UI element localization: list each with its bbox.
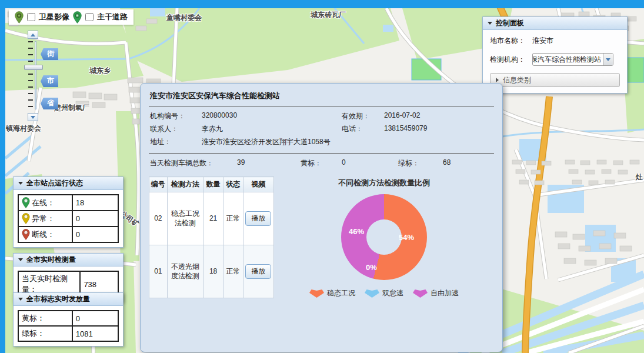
row-method: 稳态工况法检测 [167,192,203,245]
zoom-control: 街 市 省 [23,31,77,124]
row-status: 正常 [223,245,243,298]
roads-pin-icon [73,11,82,24]
phone-label: 电话： [342,124,384,134]
city-label: 地市名称： [490,36,532,46]
col-header: 数量 [203,177,223,192]
donut-chart [341,194,427,280]
agency-dropdown[interactable]: 安保汽车综合性能检测站 [532,53,613,66]
zoom-slider-track[interactable] [35,41,36,109]
collapse-arrow-icon [18,182,23,185]
control-panel-header[interactable]: 控制面板 [483,17,627,30]
online-pin-icon [22,197,30,208]
legend-swatch-icon [365,289,379,298]
satellite-checkbox[interactable] [27,13,35,21]
zoom-in-icon [31,34,35,36]
issuance-value: 0 [72,311,118,326]
info-category-label: 信息类别 [503,75,531,85]
contact-label: 联系人： [150,124,202,134]
status-value: 0 [72,211,118,227]
collapse-arrow-icon [18,298,23,301]
table-row: 02 稳态工况法检测 21 正常 播放 [149,192,274,245]
satellite-label: 卫星影像 [39,12,69,22]
agency-selected-value: 安保汽车综合性能检测站 [533,54,603,65]
panel-title: 控制面板 [496,18,524,28]
legend-label: 稳态工况 [327,288,355,298]
map-label: 镇海村委会 [6,124,41,134]
legend-swatch-icon [309,289,324,298]
issuance-panel: 全市标志实时发放量 黄标： 0 绿标： 1081 [13,292,124,347]
collapse-arrow-icon [18,258,23,261]
zoom-in-button[interactable] [28,31,38,39]
col-header: 检测方法 [167,177,203,192]
status-value: 18 [72,195,118,211]
zoom-out-button[interactable] [28,113,38,121]
legend-swatch-icon [413,289,428,298]
zoom-level-province[interactable]: 省 [41,98,58,109]
issuance-header[interactable]: 全市标志实时发放量 [14,293,123,306]
yellow-label: 黄标： [301,158,342,168]
col-header: 状态 [223,177,243,192]
abnormal-pin-icon [22,213,30,224]
layers-toolbar: 卫星影像 主干道路 [9,9,134,25]
info-category-bar[interactable]: 信息类别 [490,73,620,87]
status-label: 在线： [32,198,55,208]
map-canvas[interactable]: 童嘴村委会 城东砖瓦厂 城东乡 楚州制氧厂 镇海村委会 公司矿 灶 卫星影像 主… [5,8,644,353]
issuance-row-yellow: 黄标： 0 [18,311,118,326]
panel-title: 全市标志实时发放量 [26,294,90,304]
slice-label-accel: 46% [349,227,364,236]
status-row-abnormal: 异常： 0 [18,211,118,227]
play-button[interactable]: 播放 [245,211,271,226]
legend-item-idle[interactable]: 双怠速 [365,288,403,298]
slice-label-steady: 54% [399,233,414,242]
zoom-tick-marks [28,41,33,109]
map-label: 童嘴村委会 [166,13,202,23]
green-value: 68 [443,158,478,168]
dropdown-arrow-button[interactable] [603,54,613,65]
station-title: 淮安市淮安区安保汽车综合性能检测站 [149,89,494,106]
status-label: 异常： [32,214,55,224]
control-panel: 控制面板 地市名称： 淮安市 检测机构： 安保汽车综合性能检测站 信息类别 [482,16,628,94]
row-method: 不透光烟度法检测 [167,245,203,298]
zoom-level-city[interactable]: 市 [41,75,58,87]
divider [149,106,494,106]
chart-legend: 稳态工况 双怠速 自由加速 [309,288,459,298]
legend-item-steady[interactable]: 稳态工况 [309,288,355,298]
row-qty: 18 [203,245,223,298]
row-qty: 21 [203,192,223,245]
green-label: 绿标： [398,158,443,168]
map-label: 城东砖瓦厂 [311,10,346,20]
legend-item-accel[interactable]: 自由加速 [413,288,459,298]
valid-label: 有效期： [342,111,384,121]
expand-arrow-icon [496,78,499,82]
agency-label: 检测机构： [490,55,532,65]
row-no: 01 [149,245,168,298]
issuance-value: 1081 [72,326,118,341]
yellow-value: 0 [342,158,398,168]
address-label: 地址： [150,137,202,147]
station-status-panel: 全市站点运行状态 在线： 18 [13,176,124,248]
station-status-header[interactable]: 全市站点运行状态 [14,177,123,190]
zoom-level-street[interactable]: 街 [41,48,58,60]
zoom-slider-handle[interactable] [24,65,43,70]
row-no: 02 [149,192,168,245]
zoom-out-icon [31,116,35,119]
map-label: 灶 [636,172,643,182]
legend-label: 自由加速 [431,288,459,298]
issuance-row-green: 绿标： 1081 [18,326,118,341]
offline-pin-icon [22,229,30,240]
realtime-header[interactable]: 全市实时检测量 [14,254,123,267]
row-status: 正常 [223,192,243,245]
contact-value: 李赤九 [202,124,342,134]
slice-label-idle: 0% [366,263,377,272]
status-value: 0 [72,227,118,242]
play-button[interactable]: 播放 [245,264,271,279]
chart-title: 不同检测方法检测数量比例 [338,178,430,188]
legend-label: 双怠速 [382,288,403,298]
station-info-popup: 淮安市淮安区安保汽车综合性能检测站 机构编号： 320800030 有效期： 2… [140,83,503,352]
status-row-online: 在线： 18 [18,195,118,211]
org-no-value: 320800030 [202,111,342,121]
roads-checkbox[interactable] [85,13,94,21]
status-label: 断线： [32,229,55,240]
col-header: 视频 [243,177,273,192]
chevron-down-icon [606,58,610,61]
